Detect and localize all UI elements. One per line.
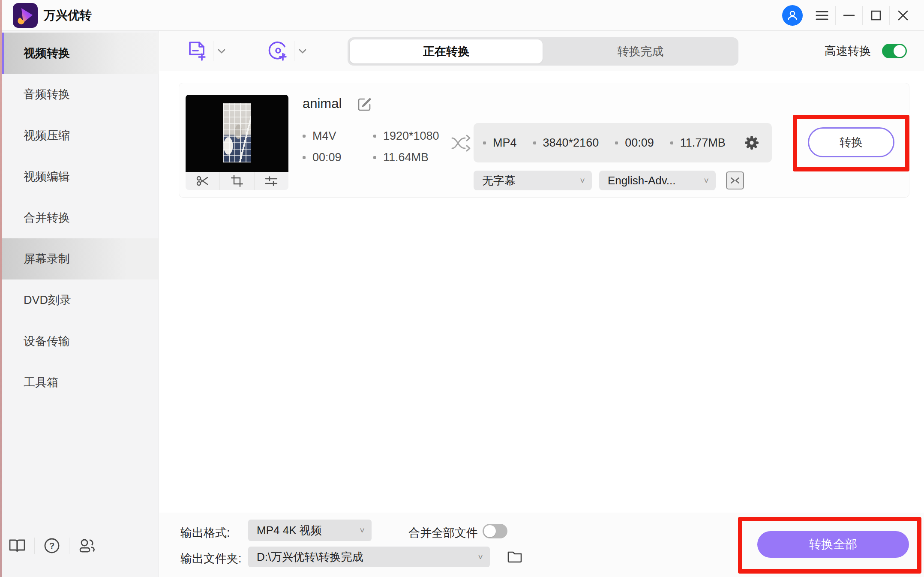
edit-icon[interactable] (357, 96, 372, 111)
add-file-chevron-down-icon[interactable] (213, 49, 230, 54)
bullet (483, 141, 486, 144)
sidebar-item-video-convert[interactable]: 视频转换 (0, 33, 159, 74)
source-size: 11.64MB (373, 151, 429, 164)
titlebar: 万兴优转 (0, 0, 924, 31)
tab-converting[interactable]: 正在转换 (350, 39, 543, 63)
main-toolbar: 正在转换 转换完成 高速转换 (159, 31, 924, 71)
convert-all-button[interactable]: 转换全部 (757, 531, 909, 558)
sidebar-item-merge-convert[interactable]: 合并转换 (0, 197, 159, 238)
subtitle-dropdown-value: 无字幕 (482, 173, 516, 188)
sidebar-item-screen-record[interactable]: 屏幕录制 (0, 238, 159, 279)
output-settings-bar: 输出格式: MP4 4K 视频 ˅ 合并全部文件 输出文件夹: D:\万兴优转\… (159, 513, 924, 577)
output-folder-dropdown[interactable]: D:\万兴优转\转换完成 ˅ (248, 547, 490, 567)
source-resolution: 1920*1080 (373, 129, 439, 143)
output-format-dropdown[interactable]: MP4 4K 视频 ˅ (248, 520, 372, 541)
pill-separator (733, 129, 733, 156)
sidebar-item-toolbox[interactable]: 工具箱 (0, 362, 159, 403)
sidebar-item-label: 屏幕录制 (24, 251, 70, 267)
crop-icon[interactable] (219, 172, 254, 190)
high-speed-label: 高速转换 (825, 43, 871, 59)
app-logo-icon (13, 3, 38, 28)
tab-label: 正在转换 (423, 44, 469, 59)
output-format-value: MP4 4K 视频 (257, 523, 322, 538)
chevron-down-icon: ˅ (360, 526, 365, 535)
sidebar-item-video-compress[interactable]: 视频压缩 (0, 115, 159, 156)
sidebar-item-video-edit[interactable]: 视频编辑 (0, 156, 159, 197)
chevron-down-icon: ˅ (580, 176, 585, 186)
subtitle-dropdown[interactable]: 无字幕 ˅ (474, 171, 592, 190)
sidebar-footer: ? (0, 535, 159, 557)
merge-all-toggle[interactable] (483, 524, 507, 538)
output-folder-label: 输出文件夹: (180, 551, 242, 566)
menu-icon[interactable] (809, 0, 835, 31)
community-icon[interactable] (69, 538, 104, 553)
sidebar-item-label: 工具箱 (24, 375, 58, 390)
gear-icon[interactable] (741, 135, 762, 151)
book-icon[interactable] (0, 538, 34, 553)
maximize-icon[interactable] (863, 0, 889, 31)
audio-dropdown-value: English-Adv... (608, 174, 675, 187)
sidebar-item-label: DVD刻录 (24, 292, 71, 308)
sidebar-item-device-transfer[interactable]: 设备传输 (0, 321, 159, 362)
add-dvd-group (262, 31, 311, 71)
file-title-row: animal (303, 94, 372, 113)
app-title: 万兴优转 (44, 0, 92, 31)
convert-button[interactable]: 转换 (808, 127, 894, 157)
target-info-pill: MP4 3840*2160 00:09 11.77MB (474, 123, 772, 162)
bullet (303, 135, 306, 138)
minimize-icon[interactable] (836, 0, 862, 31)
folder-icon[interactable] (507, 550, 522, 563)
sidebar-item-label: 音频转换 (24, 87, 70, 102)
sidebar-item-label: 视频编辑 (24, 169, 70, 184)
target-size: 11.77MB (670, 136, 726, 150)
close-icon[interactable] (890, 0, 916, 31)
task-list-area: animal M4V 1920*1080 00:09 11.64MB (159, 72, 924, 513)
svg-text:?: ? (49, 541, 54, 550)
bullet (533, 141, 536, 144)
user-avatar-icon[interactable] (782, 5, 803, 26)
titlebar-controls (782, 0, 916, 31)
file-name: animal (303, 96, 342, 111)
output-folder-value: D:\万兴优转\转换完成 (257, 550, 363, 565)
sidebar-item-audio-convert[interactable]: 音频转换 (0, 74, 159, 115)
high-speed-group: 高速转换 (825, 31, 907, 71)
output-format-label: 输出格式: (180, 525, 230, 541)
source-duration: 00:09 (303, 151, 373, 164)
tab-converted[interactable]: 转换完成 (543, 37, 738, 66)
portrait-video-frame (223, 103, 251, 162)
adjust-icon[interactable] (254, 172, 288, 190)
add-file-icon[interactable] (183, 40, 213, 62)
collapse-icon[interactable] (726, 171, 744, 189)
merge-all-label: 合并全部文件 (408, 525, 478, 541)
add-dvd-icon[interactable] (262, 40, 294, 62)
app-window: 万兴优转 (0, 0, 924, 577)
target-format: MP4 (483, 136, 517, 150)
add-dvd-chevron-down-icon[interactable] (294, 49, 311, 54)
target-duration: 00:09 (615, 136, 654, 150)
sidebar-item-label: 视频转换 (24, 45, 70, 61)
thumbnail-image (186, 95, 288, 172)
bullet (373, 135, 376, 138)
audio-track-dropdown[interactable]: English-Adv... ˅ (599, 171, 716, 190)
bullet (670, 141, 673, 144)
task-card: animal M4V 1920*1080 00:09 11.64MB (179, 83, 909, 198)
thumbnail-toolbar (186, 172, 288, 190)
video-thumbnail (186, 95, 288, 190)
bullet (373, 156, 376, 159)
sidebar-item-label: 合并转换 (24, 210, 70, 225)
sidebar-item-dvd-burn[interactable]: DVD刻录 (0, 279, 159, 321)
target-resolution: 3840*2160 (533, 136, 599, 150)
shuffle-icon (450, 134, 472, 153)
sidebar: 视频转换 音频转换 视频压缩 视频编辑 合并转换 屏幕录制 DVD刻录 设备传输… (0, 31, 159, 577)
screenshot-edge-artifact (0, 0, 2, 577)
source-info: M4V 1920*1080 00:09 11.64MB (303, 125, 439, 168)
sidebar-item-label: 设备传输 (24, 334, 70, 349)
chevron-down-icon: ˅ (704, 176, 709, 186)
convert-tabs: 正在转换 转换完成 (348, 37, 738, 66)
source-format: M4V (303, 129, 373, 143)
bullet (615, 141, 618, 144)
help-icon[interactable]: ? (35, 538, 69, 554)
scissors-icon[interactable] (186, 172, 219, 190)
bullet (303, 156, 306, 159)
high-speed-toggle[interactable] (882, 44, 907, 58)
